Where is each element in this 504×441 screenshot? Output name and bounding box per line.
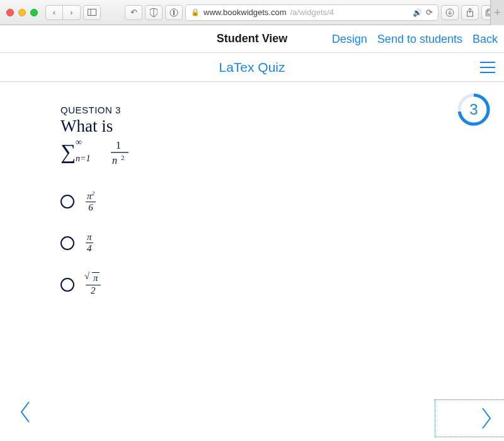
browser-chrome: ‹ › ↶ 🔒 www.bookwidgets.com/a/widgets/4 … bbox=[0, 0, 504, 25]
question-text: What is bbox=[60, 117, 504, 136]
question-formula: ∑ ∞ n=1 1 n 2 bbox=[60, 139, 504, 169]
lock-icon: 🔒 bbox=[191, 8, 200, 16]
send-to-students-link[interactable]: Send to students bbox=[377, 33, 462, 46]
svg-text:n=1: n=1 bbox=[76, 154, 90, 163]
undo-nav-icon[interactable]: ↶ bbox=[125, 5, 142, 20]
svg-text:∑: ∑ bbox=[60, 140, 76, 164]
back-button[interactable]: ‹ bbox=[45, 5, 63, 20]
minimize-window-icon[interactable] bbox=[18, 9, 26, 16]
svg-rect-0 bbox=[88, 9, 96, 16]
window-controls bbox=[6, 9, 38, 16]
address-bar[interactable]: 🔒 www.bookwidgets.com/a/widgets/4 🔊 ⟳ bbox=[185, 4, 438, 21]
question-counter-badge: 3 bbox=[457, 93, 490, 126]
question-content: QUESTION 3 What is ∑ ∞ n=1 1 n 2 π2 bbox=[0, 82, 504, 296]
extension-icon[interactable] bbox=[165, 5, 183, 20]
prev-question-button[interactable] bbox=[19, 399, 34, 425]
option-c[interactable]: √ π 2 bbox=[60, 273, 504, 296]
close-window-icon[interactable] bbox=[6, 9, 14, 16]
option-c-formula: √ π 2 bbox=[86, 273, 101, 296]
hamburger-icon[interactable] bbox=[480, 62, 495, 73]
radio-icon bbox=[60, 278, 74, 292]
reader-audio-icon[interactable]: 🔊 bbox=[413, 8, 422, 17]
downloads-icon[interactable] bbox=[441, 5, 459, 20]
options-list: π2 6 π 4 √ π bbox=[60, 190, 504, 296]
shield-icon[interactable] bbox=[145, 5, 163, 20]
maximize-window-icon[interactable] bbox=[30, 9, 38, 16]
svg-text:1: 1 bbox=[116, 140, 121, 151]
design-link[interactable]: Design bbox=[332, 33, 367, 46]
app-header: Student View Design Send to students Bac… bbox=[0, 25, 504, 53]
share-icon[interactable] bbox=[461, 5, 479, 20]
view-mode-title: Student View bbox=[217, 32, 288, 45]
quiz-title-bar: LaTex Quiz bbox=[0, 53, 504, 82]
option-a-formula: π2 6 bbox=[86, 190, 96, 213]
forward-button[interactable]: › bbox=[63, 5, 81, 20]
new-tab-button[interactable]: + bbox=[490, 0, 504, 25]
radio-icon bbox=[60, 236, 74, 250]
svg-text:2: 2 bbox=[121, 154, 125, 161]
svg-text:∞: ∞ bbox=[76, 139, 82, 147]
quiz-title: LaTex Quiz bbox=[219, 60, 285, 75]
svg-rect-4 bbox=[173, 10, 175, 15]
svg-text:n: n bbox=[112, 155, 117, 166]
next-question-button[interactable] bbox=[435, 399, 504, 437]
reload-icon[interactable]: ⟳ bbox=[426, 8, 433, 17]
url-path: /a/widgets/4 bbox=[290, 8, 334, 17]
back-link[interactable]: Back bbox=[472, 33, 498, 46]
option-a[interactable]: π2 6 bbox=[60, 190, 504, 213]
option-b[interactable]: π 4 bbox=[60, 232, 504, 254]
question-counter-value: 3 bbox=[457, 93, 490, 126]
sidebar-toggle-icon[interactable] bbox=[83, 5, 101, 20]
question-label: QUESTION 3 bbox=[60, 105, 504, 115]
url-domain: www.bookwidgets.com bbox=[203, 8, 287, 17]
quiz-main: 3 QUESTION 3 What is ∑ ∞ n=1 1 n 2 π2 bbox=[0, 82, 504, 441]
header-links: Design Send to students Back bbox=[332, 25, 498, 53]
bottom-nav bbox=[0, 399, 504, 441]
radio-icon bbox=[60, 195, 74, 209]
option-b-formula: π 4 bbox=[86, 232, 93, 254]
